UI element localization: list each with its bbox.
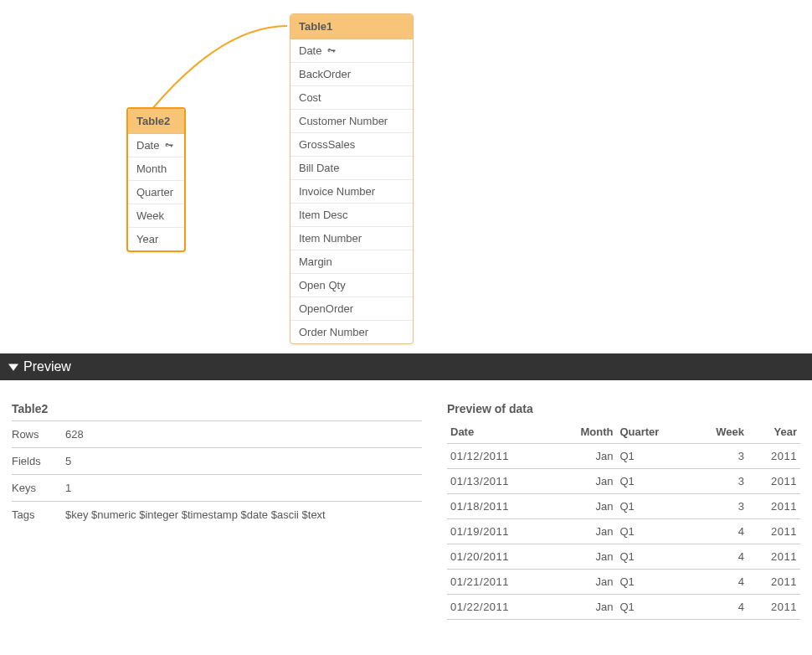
- meta-row-rows: Rows 628: [12, 421, 422, 448]
- table-field[interactable]: Bill Date: [290, 157, 413, 180]
- cell-year: 2011: [748, 570, 800, 595]
- cell-month: Jan: [552, 544, 616, 570]
- data-preview-panel: Preview of data Date Month Quarter Week …: [447, 402, 800, 620]
- table-field[interactable]: Month: [128, 157, 184, 181]
- table-field[interactable]: Item Desc: [290, 204, 413, 227]
- svg-point-0: [329, 49, 330, 50]
- meta-value: 5: [65, 448, 422, 475]
- data-preview-table: Date Month Quarter Week Year 01/12/2011J…: [447, 420, 800, 620]
- cell-date: 01/19/2011: [447, 519, 552, 544]
- table-row[interactable]: 01/21/2011JanQ142011: [447, 570, 800, 595]
- table-row[interactable]: 01/12/2011JanQ132011: [447, 444, 800, 469]
- table-row[interactable]: 01/19/2011JanQ142011: [447, 519, 800, 544]
- meta-row-tags: Tags $key $numeric $integer $timestamp $…: [12, 502, 422, 529]
- table-field[interactable]: Year: [128, 228, 184, 250]
- cell-month: Jan: [552, 519, 616, 544]
- field-label: OpenOrder: [299, 302, 353, 315]
- table-row[interactable]: 01/20/2011JanQ142011: [447, 544, 800, 570]
- table-field[interactable]: Open Qty: [290, 274, 413, 297]
- field-label: Margin: [299, 255, 332, 268]
- meta-label: Keys: [12, 475, 65, 502]
- cell-month: Jan: [552, 570, 616, 595]
- meta-row-fields: Fields 5: [12, 448, 422, 475]
- table-title: Table1: [299, 20, 332, 33]
- cell-year: 2011: [748, 544, 800, 570]
- cell-month: Jan: [552, 469, 616, 494]
- cell-quarter: Q1: [616, 595, 691, 620]
- cell-month: Jan: [552, 444, 616, 469]
- meta-title: Table2: [12, 402, 422, 420]
- field-label: Item Desc: [299, 209, 348, 221]
- table-field[interactable]: Week: [128, 204, 184, 228]
- field-label: Cost: [299, 91, 321, 104]
- cell-quarter: Q1: [616, 494, 691, 519]
- table-field[interactable]: GrossSales: [290, 133, 413, 157]
- data-model-canvas[interactable]: Table1 DateBackOrderCostCustomer NumberG…: [0, 0, 812, 353]
- cell-date: 01/22/2011: [447, 595, 552, 620]
- cell-year: 2011: [748, 494, 800, 519]
- table-header-table2[interactable]: Table2: [128, 109, 184, 134]
- table-row[interactable]: 01/18/2011JanQ132011: [447, 494, 800, 519]
- meta-label: Tags: [12, 502, 65, 529]
- table-field[interactable]: Quarter: [128, 181, 184, 204]
- meta-value: 628: [65, 421, 422, 448]
- table-field[interactable]: BackOrder: [290, 63, 413, 86]
- table-field[interactable]: Margin: [290, 250, 413, 274]
- col-year: Year: [748, 420, 800, 444]
- meta-row-keys: Keys 1: [12, 475, 422, 502]
- field-label: Open Qty: [299, 279, 346, 291]
- caret-down-icon: [8, 362, 18, 372]
- cell-year: 2011: [748, 595, 800, 620]
- table-row[interactable]: 01/22/2011JanQ142011: [447, 595, 800, 620]
- cell-quarter: Q1: [616, 544, 691, 570]
- cell-date: 01/18/2011: [447, 494, 552, 519]
- cell-week: 4: [691, 595, 748, 620]
- table-box-table2[interactable]: Table2 DateMonthQuarterWeekYear: [126, 107, 186, 252]
- field-label: Quarter: [136, 186, 173, 199]
- field-label: Month: [136, 162, 167, 175]
- col-date: Date: [447, 420, 552, 444]
- preview-header-label: Preview: [23, 359, 71, 374]
- preview-panel: Table2 Rows 628 Fields 5 Keys 1 Tags $ke…: [0, 380, 812, 620]
- table-field[interactable]: Date: [128, 134, 184, 157]
- field-label: Week: [136, 209, 164, 222]
- col-month: Month: [552, 420, 616, 444]
- cell-week: 4: [691, 544, 748, 570]
- cell-date: 01/12/2011: [447, 444, 552, 469]
- field-label: BackOrder: [299, 68, 351, 80]
- cell-quarter: Q1: [616, 444, 691, 469]
- table-field[interactable]: Date: [290, 39, 413, 63]
- table-field[interactable]: Cost: [290, 86, 413, 110]
- cell-year: 2011: [748, 519, 800, 544]
- col-quarter: Quarter: [616, 420, 691, 444]
- meta-label: Rows: [12, 421, 65, 448]
- key-icon: [326, 46, 337, 56]
- cell-week: 3: [691, 469, 748, 494]
- cell-date: 01/21/2011: [447, 570, 552, 595]
- field-label: Bill Date: [299, 162, 339, 174]
- field-label: Year: [136, 233, 158, 245]
- table-field[interactable]: Item Number: [290, 227, 413, 250]
- table-field[interactable]: OpenOrder: [290, 297, 413, 321]
- field-label: Date: [299, 44, 321, 57]
- table-meta-panel: Table2 Rows 628 Fields 5 Keys 1 Tags $ke…: [12, 402, 422, 620]
- cell-week: 3: [691, 444, 748, 469]
- table-row[interactable]: 01/13/2011JanQ132011: [447, 469, 800, 494]
- meta-table: Rows 628 Fields 5 Keys 1 Tags $key $nume…: [12, 420, 422, 528]
- table-field[interactable]: Customer Number: [290, 110, 413, 133]
- cell-month: Jan: [552, 494, 616, 519]
- field-label: Date: [136, 139, 159, 152]
- meta-value: $key $numeric $integer $timestamp $date …: [65, 502, 422, 529]
- cell-date: 01/20/2011: [447, 544, 552, 570]
- cell-month: Jan: [552, 595, 616, 620]
- cell-year: 2011: [748, 444, 800, 469]
- table-field[interactable]: Order Number: [290, 321, 413, 343]
- cell-date: 01/13/2011: [447, 469, 552, 494]
- table-header-table1[interactable]: Table1: [290, 14, 413, 39]
- table-box-table1[interactable]: Table1 DateBackOrderCostCustomer NumberG…: [290, 13, 414, 344]
- preview-header-bar[interactable]: Preview: [0, 353, 812, 380]
- table-field[interactable]: Invoice Number: [290, 180, 413, 204]
- meta-label: Fields: [12, 448, 65, 475]
- field-label: Order Number: [299, 326, 368, 338]
- cell-week: 4: [691, 519, 748, 544]
